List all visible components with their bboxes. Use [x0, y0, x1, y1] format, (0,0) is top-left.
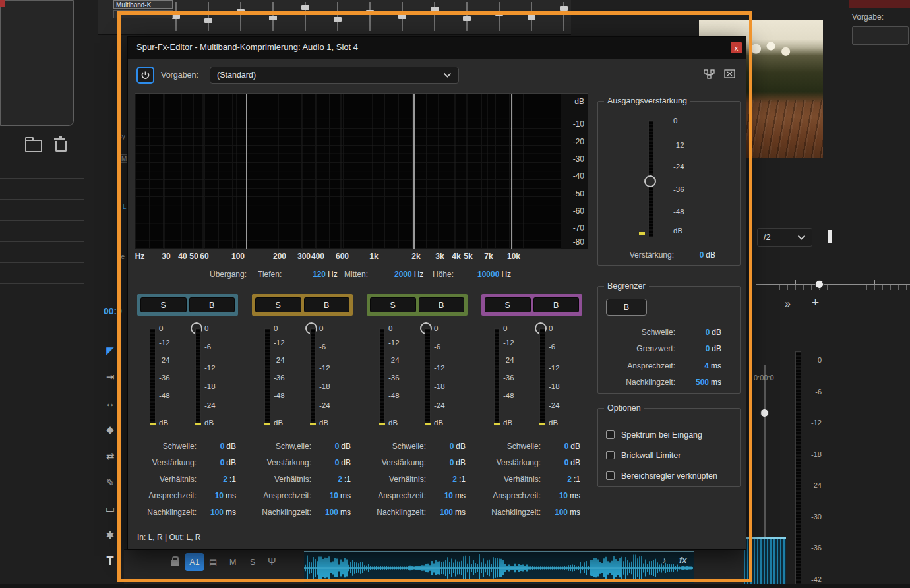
gain-slider[interactable]: [539, 328, 545, 426]
rectangle-tool[interactable]: ▭: [102, 503, 119, 515]
gain-slider[interactable]: [425, 328, 431, 426]
param-value[interactable]: 100ms: [426, 508, 466, 517]
option-checkbox[interactable]: [606, 451, 615, 459]
track-a1-button[interactable]: A1: [185, 553, 204, 571]
mid-crossover-value[interactable]: 2000Hz: [394, 270, 423, 279]
param-value[interactable]: 4ms: [675, 361, 721, 370]
param-value[interactable]: 2:1: [426, 475, 466, 484]
option-checkbox[interactable]: [606, 430, 615, 439]
limiter-bypass-button[interactable]: B: [606, 299, 647, 316]
scrollbar-knob[interactable]: [815, 280, 824, 289]
param-value[interactable]: 500ms: [675, 378, 721, 387]
timeline-ruler[interactable]: [756, 274, 910, 290]
type-tool[interactable]: T: [102, 554, 119, 568]
low-crossover-value[interactable]: 120Hz: [313, 270, 338, 279]
param-value[interactable]: 100ms: [541, 508, 580, 517]
value[interactable]: 10000: [477, 270, 499, 279]
new-bin-icon[interactable]: [25, 140, 42, 152]
value[interactable]: 500: [696, 378, 709, 387]
audio-clip[interactable]: ♪ fx: [304, 551, 694, 583]
value[interactable]: 4: [704, 361, 709, 370]
presets-dropdown[interactable]: (Standard): [210, 67, 459, 84]
value[interactable]: 0: [450, 458, 454, 467]
param-value[interactable]: 0dB: [311, 458, 351, 467]
value[interactable]: 10: [444, 491, 453, 500]
value[interactable]: 120: [313, 270, 326, 279]
track-select-tool[interactable]: ⇥: [102, 371, 119, 383]
band-bypass-button[interactable]: B: [533, 297, 580, 312]
value[interactable]: 10: [559, 491, 568, 500]
param-value[interactable]: 0dB: [426, 458, 466, 467]
threshold-meter[interactable]: [264, 328, 270, 426]
band-bypass-button[interactable]: B: [419, 297, 465, 312]
param-value[interactable]: 0dB: [311, 442, 351, 451]
mic-icon[interactable]: Ψ: [268, 556, 276, 567]
param-value[interactable]: 10ms: [311, 491, 351, 500]
value[interactable]: 10: [215, 491, 224, 500]
value[interactable]: 2000: [394, 270, 412, 279]
value[interactable]: 10: [330, 491, 338, 500]
scrollbar-track[interactable]: [756, 284, 910, 285]
effect-power-button[interactable]: [136, 67, 154, 84]
razor-tool[interactable]: ◆: [102, 424, 119, 436]
slip-tool[interactable]: ⇄: [102, 450, 119, 462]
band-solo-button[interactable]: S: [140, 297, 187, 312]
value[interactable]: 0: [335, 458, 340, 467]
value[interactable]: 0: [700, 250, 704, 260]
threshold-meter[interactable]: [379, 328, 385, 426]
value[interactable]: 0: [335, 442, 340, 451]
effect-slot-2[interactable]: [113, 10, 173, 18]
effect-slot-label[interactable]: Multiband-K: [113, 0, 173, 9]
hand-tool[interactable]: ✱: [102, 529, 119, 541]
param-value[interactable]: 10ms: [197, 491, 236, 500]
value[interactable]: 0: [564, 458, 569, 467]
param-value[interactable]: 0dB: [541, 442, 580, 451]
param-value[interactable]: 0dB: [541, 458, 580, 467]
output-gain-knob[interactable]: [644, 175, 656, 187]
value[interactable]: 0: [220, 458, 225, 467]
value[interactable]: 100: [210, 508, 224, 517]
mute-button[interactable]: M: [229, 558, 236, 567]
band-solo-button[interactable]: S: [255, 297, 301, 312]
param-value[interactable]: 2:1: [311, 475, 351, 484]
delete-icon[interactable]: [55, 141, 67, 152]
band-solo-button[interactable]: S: [485, 297, 531, 312]
value[interactable]: 0: [564, 442, 569, 451]
param-value[interactable]: 0dB: [197, 442, 236, 451]
band-solo-button[interactable]: S: [370, 297, 416, 312]
value[interactable]: 100: [440, 508, 453, 517]
slider-knob[interactable]: [760, 409, 769, 417]
high-crossover-value[interactable]: 10000Hz: [477, 270, 511, 279]
param-value[interactable]: 2:1: [197, 475, 236, 484]
track-settings-icon[interactable]: ▤: [209, 557, 217, 567]
band-bypass-button[interactable]: B: [189, 297, 235, 312]
param-value[interactable]: 0dB: [675, 344, 721, 353]
selection-tool[interactable]: ◤: [102, 345, 119, 357]
ripple-edit-tool[interactable]: ↔: [102, 397, 119, 409]
value[interactable]: 2: [223, 475, 228, 484]
param-value[interactable]: 100ms: [197, 508, 236, 517]
gain-value[interactable]: 0dB: [677, 250, 715, 260]
param-value[interactable]: 10ms: [426, 491, 466, 500]
overflow-chevrons[interactable]: »: [785, 298, 791, 310]
value[interactable]: 2: [338, 475, 342, 484]
value[interactable]: 100: [555, 508, 568, 517]
value[interactable]: 0: [706, 344, 710, 353]
solo-button[interactable]: S: [250, 558, 255, 567]
param-value[interactable]: 100ms: [311, 508, 351, 517]
value[interactable]: 2: [452, 475, 457, 484]
param-value[interactable]: 0dB: [197, 458, 236, 467]
threshold-meter[interactable]: [494, 328, 500, 426]
gain-slider[interactable]: [195, 328, 201, 426]
band-bypass-button[interactable]: B: [304, 297, 350, 312]
preset-input[interactable]: [852, 26, 909, 45]
close-editor-icon[interactable]: [724, 69, 736, 80]
option-checkbox[interactable]: [606, 471, 615, 480]
gain-slider[interactable]: [310, 328, 316, 426]
value[interactable]: 2: [567, 475, 572, 484]
close-button[interactable]: x: [731, 42, 742, 53]
value[interactable]: 0: [220, 442, 225, 451]
param-value[interactable]: 2:1: [541, 475, 580, 484]
add-button[interactable]: +: [812, 295, 819, 310]
dialog-titlebar[interactable]: Spur-Fx-Editor - Multiband-Komprimierung…: [128, 37, 746, 59]
